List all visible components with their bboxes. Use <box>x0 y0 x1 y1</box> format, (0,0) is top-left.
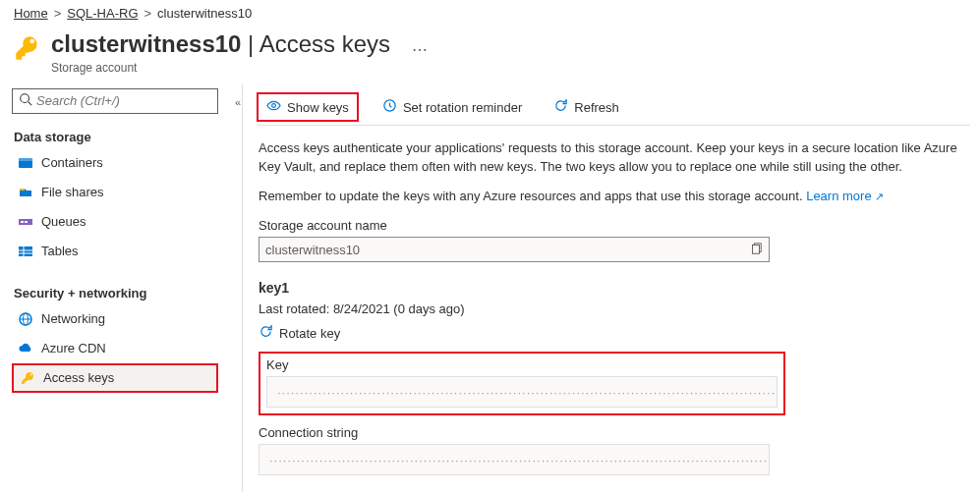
description-text: Access keys authenticate your applicatio… <box>259 139 968 177</box>
rotate-key-label: Rotate key <box>279 326 340 341</box>
tables-icon <box>18 244 33 259</box>
sidebar-item-label: Tables <box>41 244 79 258</box>
breadcrumb: Home > SQL-HA-RG > clusterwitness10 <box>0 0 980 23</box>
toolbar-label: Set rotation reminder <box>403 100 522 115</box>
key-masked-field[interactable]: ········································… <box>266 376 778 408</box>
key-highlight-box: Key ····································… <box>259 352 785 415</box>
toolbar-label: Show keys <box>287 100 349 115</box>
storage-account-name-value: clusterwitness10 <box>265 243 749 257</box>
rotate-icon <box>259 324 273 342</box>
clock-icon <box>382 98 397 116</box>
svg-point-0 <box>21 94 29 103</box>
svg-rect-8 <box>19 246 32 256</box>
sidebar-item-label: Azure CDN <box>41 341 106 355</box>
sidebar-item-label: File shares <box>41 185 104 199</box>
main-content: Show keys Set rotation reminder Refresh … <box>243 84 980 492</box>
key-label: Key <box>266 357 778 372</box>
learn-more-link[interactable]: Learn more ↗ <box>806 189 884 203</box>
sidebar-item-containers[interactable]: Containers <box>12 148 218 178</box>
storage-account-name-label: Storage account name <box>259 218 968 233</box>
sidebar-item-label: Access keys <box>43 370 114 385</box>
sidebar-item-tables[interactable]: Tables <box>12 237 218 266</box>
connection-string-masked-field[interactable]: ········································… <box>259 444 770 475</box>
connection-string-label: Connection string <box>259 425 968 440</box>
breadcrumb-current: clusterwitness10 <box>157 6 252 21</box>
key-icon <box>14 34 41 62</box>
section-data-storage: Data storage <box>12 124 218 148</box>
breadcrumb-sep-icon: > <box>144 6 152 21</box>
eye-icon <box>266 98 281 116</box>
sidebar-item-queues[interactable]: Queues <box>12 207 218 237</box>
sidebar-item-label: Queues <box>41 214 86 229</box>
breadcrumb-sep-icon: > <box>54 6 62 21</box>
set-rotation-button[interactable]: Set rotation reminder <box>375 92 530 122</box>
sidebar-item-networking[interactable]: Networking <box>12 304 218 334</box>
file-shares-icon <box>18 185 33 200</box>
breadcrumb-rg[interactable]: SQL-HA-RG <box>67 6 138 21</box>
sidebar-search[interactable] <box>12 88 218 114</box>
external-link-icon: ↗ <box>875 191 884 202</box>
svg-line-1 <box>29 102 32 106</box>
cdn-icon <box>18 341 33 356</box>
section-security-networking: Security + networking <box>12 280 218 304</box>
svg-rect-3 <box>19 158 32 161</box>
collapse-sidebar-button[interactable]: « <box>235 96 238 108</box>
search-icon <box>19 92 36 109</box>
sidebar: « Data storage Containers File shares Qu… <box>0 84 224 492</box>
sidebar-item-label: Networking <box>41 311 105 326</box>
refresh-icon <box>553 98 568 116</box>
svg-rect-17 <box>753 245 760 253</box>
storage-account-name-field: clusterwitness10 <box>259 237 770 262</box>
svg-point-15 <box>272 104 276 108</box>
sidebar-item-access-keys[interactable]: Access keys <box>12 363 218 393</box>
page-header: clusterwitness10 | Access keys Storage a… <box>0 23 980 84</box>
svg-rect-7 <box>25 221 28 223</box>
breadcrumb-home[interactable]: Home <box>14 6 48 21</box>
key1-heading: key1 <box>259 280 968 296</box>
svg-rect-4 <box>20 189 25 191</box>
description-text-2: Remember to update the keys with any Azu… <box>259 188 968 206</box>
toolbar-label: Refresh <box>574 100 619 115</box>
search-input[interactable] <box>36 93 211 108</box>
more-actions-button[interactable]: ⋯ <box>412 40 428 59</box>
page-subtitle: Storage account <box>51 61 390 75</box>
sidebar-item-azure-cdn[interactable]: Azure CDN <box>12 334 218 363</box>
show-keys-button[interactable]: Show keys <box>257 92 359 122</box>
rotate-key-button[interactable]: Rotate key <box>259 324 340 342</box>
refresh-button[interactable]: Refresh <box>546 92 627 122</box>
svg-rect-6 <box>21 221 24 223</box>
sidebar-item-label: Containers <box>41 155 103 170</box>
containers-icon <box>18 155 33 171</box>
networking-icon <box>18 311 33 327</box>
toolbar: Show keys Set rotation reminder Refresh <box>257 90 970 126</box>
access-keys-icon <box>20 370 35 386</box>
sidebar-item-file-shares[interactable]: File shares <box>12 178 218 207</box>
queues-icon <box>18 214 33 230</box>
last-rotated-text: Last rotated: 8/24/2021 (0 days ago) <box>259 301 968 316</box>
page-title: clusterwitness10 | Access keys <box>51 30 390 59</box>
copy-button[interactable] <box>749 242 763 258</box>
